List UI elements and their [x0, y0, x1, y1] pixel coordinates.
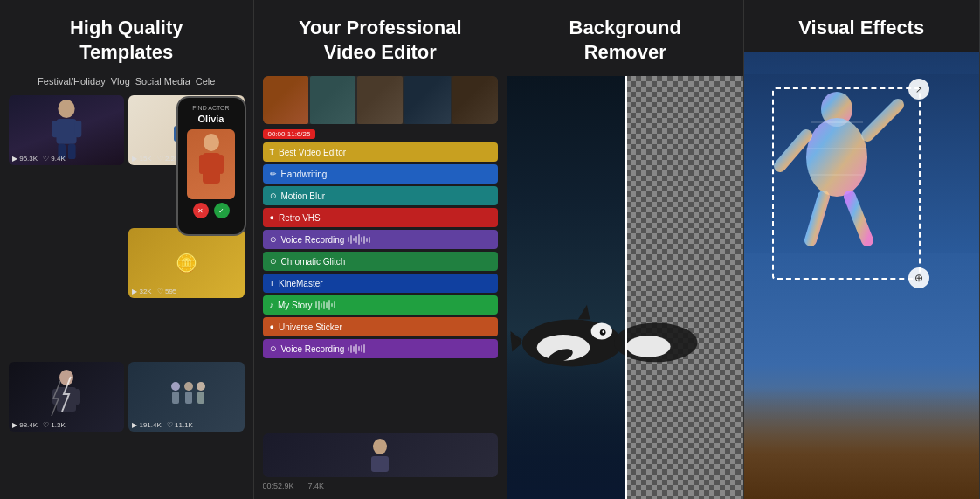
- likes-5: ♡ 11.1K: [167, 421, 193, 429]
- template-item-4[interactable]: ▶ 98.4K ♡ 1.3K: [9, 362, 124, 432]
- track-icon-1: T: [270, 148, 275, 156]
- svg-point-14: [171, 382, 180, 391]
- phone-action-icons: ✕ ✓: [193, 203, 230, 218]
- likes-3: ♡ 595: [157, 288, 177, 295]
- panel-2-title: Your Professional Video Editor: [299, 16, 462, 64]
- template-item-1[interactable]: ▶ 95.3K ♡ 9.4K: [9, 95, 124, 165]
- svg-rect-25: [371, 456, 389, 472]
- template-5-stats: ▶ 191.4K ♡ 11.1K: [132, 421, 193, 429]
- reject-icon[interactable]: ✕: [193, 203, 209, 218]
- timeline-tracks: T Best Video Editor ✏ Handwriting ⊙ Moti…: [263, 142, 499, 428]
- track-label-2: Handwriting: [281, 170, 328, 179]
- tag-cele[interactable]: Cele: [196, 76, 216, 87]
- likes-4: ♡ 1.3K: [43, 421, 66, 429]
- effects-content: ↗ ⊕ 00:00:17.486 StatusBadge: [744, 52, 980, 500]
- track-voice-recording-2[interactable]: ⊙ Voice Recording: [263, 339, 499, 358]
- waveform-1: [348, 234, 370, 245]
- panel-templates: High Quality Templates Festival/Holiday …: [0, 0, 254, 499]
- track-handwriting[interactable]: ✏ Handwriting: [263, 164, 499, 184]
- ground-gradient: [744, 387, 980, 499]
- track-retro-vhs[interactable]: ● Retro VHS: [263, 208, 499, 227]
- views-2: ▶ 15K: [132, 155, 151, 163]
- orca-scene: [507, 76, 743, 499]
- track-chromatic-glitch[interactable]: ⊙ Chromatic Glitch: [263, 252, 499, 271]
- sky-scene: ↗ ⊕: [744, 52, 980, 500]
- track-label-7: KineMaster: [279, 279, 323, 288]
- svg-point-16: [184, 382, 193, 391]
- template-item-3[interactable]: 🪙 ▶ 32K ♡ 595: [128, 228, 244, 298]
- bg-divider: [625, 76, 627, 499]
- bottom-thumbnail: [263, 433, 499, 477]
- bottom-person-silhouette: [345, 438, 415, 473]
- svg-point-0: [58, 100, 74, 118]
- track-universe-sticker[interactable]: ● Universe Sticker: [263, 317, 499, 336]
- person-silhouette-4: [45, 368, 88, 425]
- timeline-container: 00:00:11:6/25 T Best Video Editor ✏ Hand…: [263, 76, 499, 490]
- track-label-3: Motion Blur: [281, 191, 326, 201]
- waveform-3: [348, 344, 365, 354]
- track-label-1: Best Video Editor: [279, 148, 346, 157]
- track-icon-9: ●: [270, 322, 274, 331]
- thumb-4: [404, 76, 450, 124]
- people-silhouette: [162, 379, 210, 414]
- track-my-story[interactable]: ♪ My Story: [263, 295, 499, 315]
- template-item-5[interactable]: ▶ 191.4K ♡ 11.1K: [128, 362, 244, 432]
- svg-point-18: [197, 382, 205, 391]
- track-voice-recording-1[interactable]: ⊙ Voice Recording: [263, 230, 499, 249]
- panel-3-title: Background Remover: [569, 16, 681, 64]
- svg-rect-21: [203, 153, 220, 184]
- track-label-5: Voice Recording: [281, 235, 345, 245]
- svg-point-36: [626, 336, 671, 357]
- tag-social[interactable]: Social Media: [135, 76, 190, 87]
- track-best-video-editor[interactable]: T Best Video Editor: [263, 142, 499, 162]
- track-label-9: Universe Sticker: [279, 322, 342, 332]
- person-silhouette: [43, 99, 91, 162]
- accept-icon[interactable]: ✓: [214, 203, 230, 218]
- timecode: 00:00:11:6/25: [263, 129, 316, 139]
- track-label-6: Chromatic Glitch: [281, 257, 346, 267]
- selection-box[interactable]: ↗ ⊕: [772, 87, 921, 280]
- bottom-stats: 00:52.9K 7.4K: [263, 482, 499, 490]
- svg-rect-22: [199, 155, 204, 174]
- stat-views: 00:52.9K: [263, 482, 294, 490]
- svg-rect-2: [52, 121, 59, 137]
- transparent-scene: [625, 76, 743, 499]
- svg-point-20: [204, 134, 219, 151]
- track-icon-5: ⊙: [270, 235, 277, 244]
- preview-strip: [263, 76, 499, 124]
- svg-rect-13: [74, 389, 80, 405]
- selection-handle-bottom[interactable]: ⊕: [908, 267, 929, 288]
- panel-video-editor: Your Professional Video Editor 00:00:11:…: [254, 0, 508, 499]
- phone-frame: FIND ACTOR Olivia ✕ ✓: [176, 96, 246, 236]
- likes-1: ♡ 9.4K: [43, 155, 66, 163]
- track-icon-4: ●: [270, 213, 274, 222]
- tag-festival[interactable]: Festival/Holiday: [38, 76, 106, 87]
- template-4-stats: ▶ 98.4K ♡ 1.3K: [12, 421, 66, 429]
- orca-right-svg: [602, 224, 720, 456]
- bottom-thumb-content: [263, 433, 499, 477]
- drone-icon: 🪙: [176, 253, 197, 274]
- panel-1-title: High Quality Templates: [70, 16, 183, 64]
- thumb-1: [263, 76, 308, 124]
- tag-vlog[interactable]: Vlog: [111, 76, 130, 87]
- track-kinemaster[interactable]: T KineMaster: [263, 274, 499, 293]
- track-icon-7: T: [270, 279, 275, 288]
- panel-bg-remover: Background Remover: [507, 0, 744, 499]
- svg-rect-1: [56, 119, 76, 144]
- phone-name: Olivia: [198, 114, 224, 124]
- phone-photo: [187, 129, 235, 199]
- track-label-8: My Story: [278, 301, 312, 310]
- svg-rect-15: [172, 392, 179, 404]
- template-2-stats: ▶ 15K ♡ 2.2K: [132, 155, 179, 163]
- panel-4-title: Visual Effects: [798, 16, 924, 40]
- track-motion-blur[interactable]: ⊙ Motion Blur: [263, 186, 499, 205]
- svg-rect-3: [74, 121, 81, 137]
- thumb-2: [310, 76, 355, 124]
- track-icon-8: ♪: [270, 301, 274, 309]
- olivia-silhouette: [194, 134, 229, 195]
- views-3: ▶ 32K: [132, 288, 151, 295]
- views-5: ▶ 191.4K: [132, 421, 162, 429]
- track-label-10: Voice Recording: [281, 344, 345, 354]
- views-4: ▶ 98.4K: [12, 421, 38, 429]
- tags-row: Festival/Holiday Vlog Social Media Cele: [9, 76, 245, 87]
